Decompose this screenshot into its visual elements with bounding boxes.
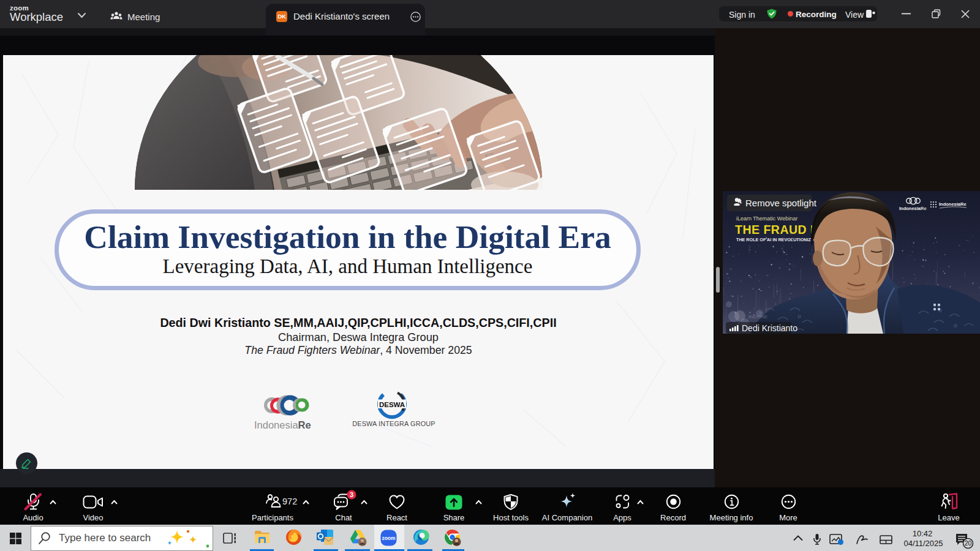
svg-text:INDONE: INDONE	[748, 314, 768, 320]
svg-text:20: 20	[965, 539, 972, 547]
svg-text:IndonesiaRe: IndonesiaRe	[899, 206, 927, 211]
svg-text:DESWA: DESWA	[379, 401, 405, 408]
svg-text:Remove spotlight: Remove spotlight	[745, 198, 817, 208]
svg-text:THE FRAUD F: THE FRAUD F	[735, 223, 818, 236]
svg-text:zoom: zoom	[382, 535, 396, 541]
svg-text:IndonesiaRe: IndonesiaRe	[254, 419, 311, 430]
svg-text:DESWA INTEGRA GROUP: DESWA INTEGRA GROUP	[352, 420, 435, 427]
svg-text:3: 3	[350, 491, 353, 498]
svg-text:Dedi Kristianto: Dedi Kristianto	[742, 323, 797, 333]
svg-text:IndonesiaRe: IndonesiaRe	[939, 201, 967, 207]
svg-text:iLearn Thematic Webinar: iLearn Thematic Webinar	[736, 216, 797, 222]
svg-text:THE ROLE OF AI IN REVOLUTIONIZ: THE ROLE OF AI IN REVOLUTIONIZING	[736, 237, 819, 242]
